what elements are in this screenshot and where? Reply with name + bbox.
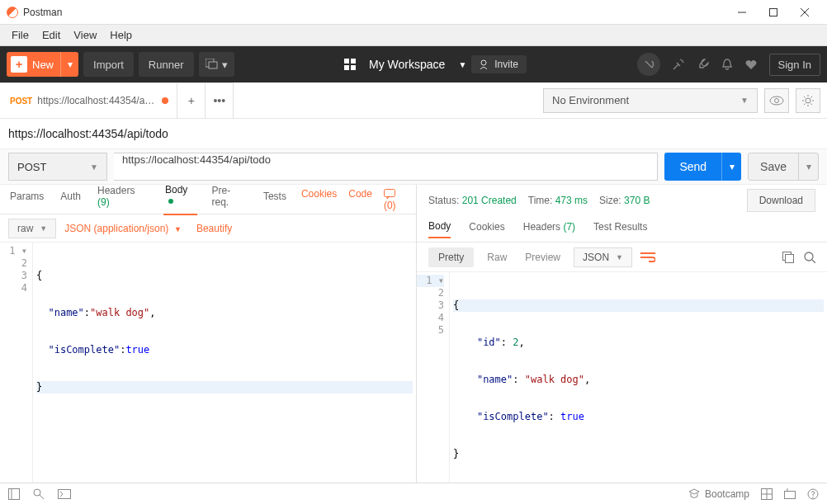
bootcamp-icon [688,488,700,500]
comments-link[interactable]: (0) [384,188,408,211]
response-subtabs: Body Cookies Headers (7) Test Results [417,216,827,243]
postman-logo-icon [7,7,18,18]
menu-help[interactable]: Help [103,29,139,41]
content-type-selector[interactable]: JSON (application/json) ▼ [64,223,182,234]
tab-prereq[interactable]: Pre-req. [210,185,248,214]
find-icon[interactable] [33,488,45,500]
settings-button[interactable] [796,88,820,113]
status-value: 201 Created [462,195,517,206]
format-selector[interactable]: JSON ▼ [574,247,632,267]
window-title: Postman [23,7,726,18]
console-icon[interactable] [58,489,71,499]
time-value: 473 ms [555,195,588,206]
new-dropdown[interactable]: ▾ [60,52,78,77]
body-mode-selector[interactable]: raw ▼ [8,219,56,238]
method-selector[interactable]: POST ▼ [8,153,107,181]
invite-button[interactable]: Invite [471,55,527,73]
svg-point-10 [481,60,486,65]
response-view-options: Pretty Raw Preview JSON ▼ [417,243,827,272]
request-body-editor[interactable]: 1 ▾234 { "name":"walk dog", "isComplete"… [0,243,416,483]
send-button[interactable]: Send ▾ [664,153,741,181]
svg-rect-14 [384,190,395,197]
tab-options-button[interactable]: ••• [206,82,234,118]
new-tab-button[interactable]: + [177,82,206,118]
send-dropdown[interactable]: ▾ [721,153,741,181]
heart-icon[interactable] [744,59,758,70]
copy-response-icon[interactable] [782,252,794,263]
svg-rect-1 [770,8,777,16]
response-tab-body[interactable]: Body [428,220,451,238]
send-label: Send [664,160,721,173]
window-mode-button[interactable]: ▾ [199,52,234,77]
svg-point-11 [770,97,783,105]
sidebar-toggle-icon[interactable] [8,488,20,500]
svg-point-19 [805,252,813,261]
keyboard-shortcuts-icon[interactable] [784,488,796,500]
sync-icon[interactable] [637,53,660,76]
sign-in-button[interactable]: Sign In [769,54,820,76]
preview-button[interactable]: Preview [520,252,565,263]
close-button[interactable] [789,0,820,25]
new-button-label: New [32,59,60,71]
wrench-icon[interactable] [697,58,710,71]
url-input[interactable]: https://localhost:44354/api/todo [114,153,658,181]
download-button[interactable]: Download [747,189,815,212]
environment-quicklook-button[interactable] [764,88,789,113]
svg-line-20 [812,260,815,263]
request-tabs-row: POST https://localhost:44354/api/to... +… [0,82,827,119]
svg-point-13 [806,98,810,103]
new-button[interactable]: + New ▾ [7,52,78,77]
method-value: POST [17,161,46,173]
environment-selector[interactable]: No Environment ▼ [543,88,758,113]
import-button[interactable]: Import [83,52,134,77]
request-pane: Params Auth Headers (9) Body Pre-req. Te… [0,185,417,483]
svg-point-23 [34,489,40,496]
request-tab[interactable]: POST https://localhost:44354/api/to... [0,82,177,118]
tab-tests[interactable]: Tests [262,191,288,209]
raw-button[interactable]: Raw [482,252,512,263]
plus-icon: + [11,56,27,73]
minimize-button[interactable] [726,0,758,25]
menu-edit[interactable]: Edit [35,29,67,41]
pretty-button[interactable]: Pretty [428,247,474,267]
request-name: https://localhost:44354/api/todo [0,119,827,148]
tab-headers[interactable]: Headers (9) [96,185,150,214]
tab-method: POST [10,97,32,106]
runner-button[interactable]: Runner [139,52,194,77]
tab-params[interactable]: Params [8,191,45,209]
svg-rect-6 [344,59,349,64]
response-tab-testresults[interactable]: Test Results [593,221,647,238]
satellite-icon[interactable] [672,58,685,71]
tab-auth[interactable]: Auth [59,191,83,209]
beautify-button[interactable]: Beautify [196,223,232,234]
size-value: 370 B [624,195,650,206]
menu-view[interactable]: View [67,29,103,41]
help-icon[interactable] [807,488,819,500]
response-pane: Status: 201 Created Time: 473 ms Size: 3… [417,185,827,483]
menubar: File Edit View Help [0,25,827,46]
search-response-icon[interactable] [804,252,815,263]
maximize-button[interactable] [758,0,789,25]
save-button[interactable]: Save ▾ [748,153,819,181]
bell-icon[interactable] [721,58,733,71]
layout-icon[interactable] [761,488,773,500]
svg-point-12 [775,98,779,102]
workspace-selector[interactable]: My Workspace ▼ [344,58,466,71]
unsaved-indicator-icon [162,97,168,104]
cookies-link[interactable]: Cookies [301,188,337,211]
save-dropdown[interactable]: ▾ [798,153,818,180]
workspace-grid-icon [344,59,356,70]
top-toolbar: + New ▾ Import Runner ▾ My Workspace ▼ I… [0,46,827,82]
svg-rect-25 [59,489,71,498]
response-body-viewer[interactable]: 1 ▾2345 { "id": 2, "name": "walk dog", "… [417,272,827,483]
user-plus-icon [480,59,489,69]
bootcamp-button[interactable]: Bootcamp [688,488,749,500]
request-url-row: POST ▼ https://localhost:44354/api/todo … [0,148,827,185]
response-tab-cookies[interactable]: Cookies [469,221,504,238]
wrap-lines-icon[interactable] [640,252,655,263]
menu-file[interactable]: File [5,29,35,41]
response-tab-headers[interactable]: Headers (7) [523,221,575,238]
tab-body[interactable]: Body [163,184,197,215]
save-label: Save [749,160,798,173]
code-link[interactable]: Code [348,188,372,211]
